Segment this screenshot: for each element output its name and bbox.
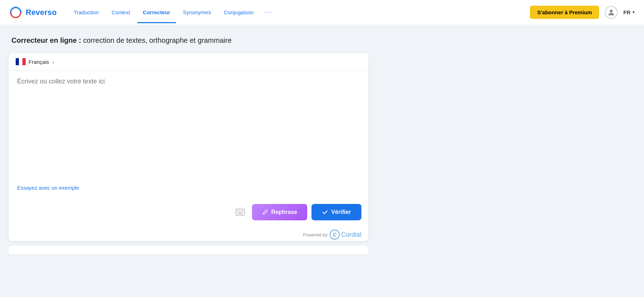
nav-more[interactable]: ··· — [261, 6, 277, 19]
premium-button[interactable]: S'abonner à Premium — [530, 6, 599, 19]
nav-links: Traduction Context Correcteur Synonymes … — [68, 6, 530, 19]
language-label: Français — [29, 59, 49, 65]
header-right: S'abonner à Premium FR ▼ — [530, 6, 635, 19]
language-selector[interactable]: FR ▼ — [623, 9, 635, 15]
svg-rect-10 — [239, 212, 240, 212]
svg-rect-7 — [241, 210, 242, 211]
nav-item-correcteur[interactable]: Correcteur — [137, 6, 176, 18]
reverso-logo-icon — [9, 5, 23, 20]
keyboard-icon-button[interactable] — [233, 207, 248, 217]
svg-rect-13 — [238, 213, 242, 214]
bottom-card-peek — [9, 245, 369, 254]
svg-point-3 — [610, 10, 613, 12]
verify-button[interactable]: Vérifier — [311, 204, 361, 220]
pen-icon — [262, 209, 268, 215]
powered-by: Powered by C Cordial — [9, 226, 369, 241]
editor-card: Français ⌄ Essayez avec un exemple — [9, 53, 369, 241]
editor-footer: Rephrase Vérifier — [9, 198, 369, 226]
lang-label: FR — [623, 9, 630, 15]
svg-rect-12 — [242, 212, 243, 212]
main-content: Correcteur en ligne : correction de text… — [0, 25, 428, 265]
cordial-brand-label: Cordial — [341, 231, 361, 239]
powered-by-label: Powered by — [303, 232, 328, 237]
svg-rect-6 — [239, 210, 240, 211]
header: Reverso Traduction Context Correcteur Sy… — [0, 0, 644, 25]
french-flag-icon — [16, 58, 26, 65]
logo-text: Reverso — [26, 8, 57, 17]
svg-rect-8 — [242, 210, 243, 211]
svg-rect-9 — [237, 212, 238, 212]
rephrase-button[interactable]: Rephrase — [252, 204, 307, 220]
nav-item-traduction[interactable]: Traduction — [68, 6, 104, 18]
page-title: Correcteur en ligne : correction de text… — [9, 36, 419, 45]
nav-item-synonymes[interactable]: Synonymes — [177, 6, 217, 18]
nav-item-context[interactable]: Context — [106, 6, 136, 18]
logo-link[interactable]: Reverso — [9, 5, 57, 20]
check-icon — [322, 209, 328, 215]
text-input[interactable] — [17, 78, 360, 178]
cordial-icon: C — [330, 230, 340, 240]
nav-item-conjugaison[interactable]: Conjugaison — [218, 6, 259, 18]
language-dropdown-arrow-icon[interactable]: ⌄ — [51, 59, 55, 64]
language-selector-bar[interactable]: Français ⌄ — [9, 53, 369, 71]
editor-body[interactable]: Essayez avec un exemple — [9, 71, 369, 198]
chevron-down-icon: ▼ — [632, 10, 635, 14]
keyboard-icon — [236, 209, 245, 216]
svg-rect-11 — [241, 212, 242, 212]
cordial-logo: C Cordial — [330, 230, 361, 240]
try-example-link[interactable]: Essayez avec un exemple — [17, 185, 79, 191]
svg-rect-5 — [237, 210, 238, 211]
user-avatar-icon — [605, 6, 618, 19]
user-account-button[interactable] — [605, 6, 618, 19]
